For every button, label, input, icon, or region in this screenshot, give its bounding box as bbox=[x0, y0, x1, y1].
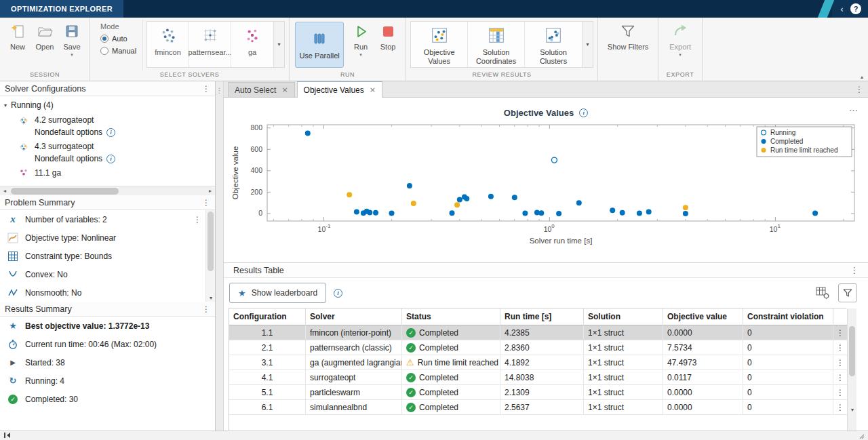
review-gallery-dropdown[interactable]: ▾ bbox=[582, 22, 593, 67]
row-menu-button[interactable]: ⋮ bbox=[833, 370, 847, 385]
tab-auto-select[interactable]: Auto Select × bbox=[228, 82, 295, 97]
table-cell[interactable]: fmincon (interior-point) bbox=[306, 325, 402, 340]
use-parallel-toggle[interactable]: Use Parallel bbox=[295, 22, 344, 68]
panel-splitter[interactable]: ⋮ bbox=[216, 81, 224, 431]
tabstrip-menu-icon[interactable]: ⋮ bbox=[855, 85, 863, 94]
table-cell[interactable]: 0 bbox=[743, 400, 833, 415]
info-icon[interactable]: i bbox=[106, 128, 115, 137]
info-icon[interactable]: i bbox=[106, 155, 115, 163]
column-header[interactable]: Solution bbox=[584, 308, 663, 325]
run-dropdown-icon[interactable]: ▾ bbox=[359, 52, 362, 58]
collapse-ribbon-icon[interactable]: ▴ bbox=[861, 74, 863, 80]
scroll-left-icon[interactable]: ◂ bbox=[0, 188, 9, 194]
stop-button[interactable]: Stop bbox=[374, 20, 401, 71]
table-vertical-scrollbar[interactable]: ▾ bbox=[847, 308, 856, 431]
export-button[interactable]: Export ▾ bbox=[663, 20, 698, 71]
show-leaderboard-button[interactable]: ★ Show leaderboard bbox=[229, 283, 326, 303]
table-cell[interactable]: 0 bbox=[743, 370, 833, 385]
scrollbar-track[interactable] bbox=[9, 186, 205, 195]
horizontal-scrollbar[interactable]: ◂ ▸ bbox=[0, 186, 215, 195]
row-menu-button[interactable]: ⋮ bbox=[833, 325, 847, 340]
table-cell[interactable]: 0 bbox=[743, 325, 833, 340]
row-menu-button[interactable]: ⋮ bbox=[833, 340, 847, 355]
table-cell[interactable]: 1×1 struct bbox=[584, 370, 663, 385]
table-cell[interactable]: 1.1 bbox=[229, 325, 306, 340]
mode-manual-radio[interactable]: Manual bbox=[100, 47, 136, 55]
table-cell[interactable]: 47.4973 bbox=[663, 355, 743, 370]
results-summary-menu-icon[interactable]: ⋮ bbox=[202, 304, 210, 314]
table-cell[interactable]: 0 bbox=[743, 340, 833, 355]
scroll-down-icon[interactable]: ▾ bbox=[848, 407, 857, 413]
column-header[interactable]: Objective value bbox=[663, 308, 743, 325]
save-dropdown-icon[interactable]: ▾ bbox=[71, 52, 73, 58]
table-cell[interactable]: ✓Completed bbox=[402, 325, 500, 340]
table-cell[interactable]: 2.8360 bbox=[500, 340, 584, 355]
solver-fmincon-button[interactable]: fmincon bbox=[147, 22, 189, 67]
table-cell[interactable]: 6.1 bbox=[229, 400, 306, 415]
help-icon[interactable]: ? bbox=[850, 3, 861, 14]
table-row[interactable]: 1.1fmincon (interior-point)✓Completed4.2… bbox=[229, 325, 846, 340]
table-cell[interactable]: 1×1 struct bbox=[584, 400, 663, 415]
info-icon[interactable]: i bbox=[579, 108, 588, 117]
table-cell[interactable]: ✓Completed bbox=[402, 340, 500, 355]
splitter-handle-icon[interactable]: ⋮ bbox=[216, 87, 223, 431]
column-header[interactable]: Run time [s] bbox=[500, 308, 584, 325]
more-options-icon[interactable]: … bbox=[849, 103, 859, 113]
close-icon[interactable]: × bbox=[370, 85, 376, 94]
table-row[interactable]: 6.1simulannealbnd✓Completed2.56371×1 str… bbox=[229, 400, 846, 415]
table-cell[interactable]: 2.1 bbox=[229, 340, 306, 355]
tab-objective-values[interactable]: Objective Values × bbox=[297, 81, 382, 98]
row-menu-button[interactable]: ⋮ bbox=[833, 400, 847, 415]
solver-configurations-menu-icon[interactable]: ⋮ bbox=[202, 84, 210, 94]
column-header[interactable]: Solver bbox=[306, 308, 402, 325]
scrollbar-thumb[interactable] bbox=[11, 188, 119, 195]
table-row[interactable]: 4.1surrogateopt✓Completed14.80381×1 stru… bbox=[229, 370, 846, 385]
table-cell[interactable]: patternsearch (classic) bbox=[306, 340, 402, 355]
scrollbar-thumb[interactable] bbox=[849, 326, 855, 376]
column-header[interactable]: Constraint violation bbox=[743, 308, 833, 325]
table-cell[interactable]: 0.0117 bbox=[663, 370, 743, 385]
table-cell[interactable]: particleswarm bbox=[306, 385, 402, 400]
table-cell[interactable]: ✓Completed bbox=[402, 370, 500, 385]
run-button[interactable]: Run ▾ bbox=[347, 20, 374, 71]
table-cell[interactable]: 2.5637 bbox=[500, 400, 584, 415]
resize-grip-icon[interactable] bbox=[858, 433, 865, 439]
expander-icon[interactable]: ▾ bbox=[4, 102, 7, 108]
table-cell[interactable]: 7.5734 bbox=[663, 340, 743, 355]
table-cell[interactable]: ga (augmented lagrangian) bbox=[306, 355, 402, 370]
row-menu-button[interactable]: ⋮ bbox=[833, 355, 847, 370]
open-button[interactable]: Open bbox=[31, 20, 58, 71]
solver-gallery-dropdown[interactable]: ▾ bbox=[273, 22, 284, 67]
table-cell[interactable]: simulannealbnd bbox=[306, 400, 402, 415]
table-cell[interactable]: 0 bbox=[743, 385, 833, 400]
table-cell[interactable]: 4.1 bbox=[229, 370, 306, 385]
tree-item-config[interactable]: 4.2 surrogateopt Nondefault optionsi bbox=[0, 113, 215, 139]
table-cell[interactable]: 14.8038 bbox=[500, 370, 584, 385]
row-menu-button[interactable]: ⋮ bbox=[833, 385, 847, 400]
table-cell[interactable]: 4.1892 bbox=[500, 355, 584, 370]
app-tab[interactable]: OPTIMIZATION EXPLORER bbox=[0, 0, 123, 18]
problem-summary-menu-icon[interactable]: ⋮ bbox=[202, 198, 210, 207]
table-cell[interactable]: ✓Completed bbox=[402, 385, 500, 400]
show-filters-button[interactable]: Show Filters bbox=[602, 20, 654, 71]
solution-coordinates-button[interactable]: SolutionCoordinates bbox=[468, 22, 525, 67]
scrollbar-thumb[interactable] bbox=[208, 212, 214, 271]
vertical-scrollbar[interactable]: ▾ bbox=[205, 210, 215, 302]
mode-auto-radio[interactable]: Auto bbox=[100, 35, 136, 43]
new-button[interactable]: New bbox=[4, 20, 31, 71]
solver-ga-button[interactable]: ga bbox=[231, 22, 273, 67]
solution-clusters-button[interactable]: SolutionClusters bbox=[525, 22, 582, 67]
table-cell[interactable]: 4.2385 bbox=[500, 325, 584, 340]
tree-item-config[interactable]: 4.3 surrogateopt Nondefault optionsi bbox=[0, 139, 215, 165]
tree-group-running[interactable]: ▾ Running (4) bbox=[0, 96, 215, 113]
filter-table-button[interactable] bbox=[838, 283, 857, 302]
table-cell[interactable]: 0 bbox=[743, 355, 833, 370]
table-cell[interactable]: 1×1 struct bbox=[584, 355, 663, 370]
customize-columns-button[interactable] bbox=[813, 283, 832, 302]
table-cell[interactable]: 1×1 struct bbox=[584, 325, 663, 340]
table-row[interactable]: 2.1patternsearch (classic)✓Completed2.83… bbox=[229, 340, 846, 355]
solver-patternsearch-button[interactable]: patternsear... bbox=[189, 22, 231, 67]
export-dropdown-icon[interactable]: ▾ bbox=[679, 52, 682, 58]
column-header[interactable]: Status bbox=[402, 308, 500, 325]
table-cell[interactable]: 1×1 struct bbox=[584, 340, 663, 355]
